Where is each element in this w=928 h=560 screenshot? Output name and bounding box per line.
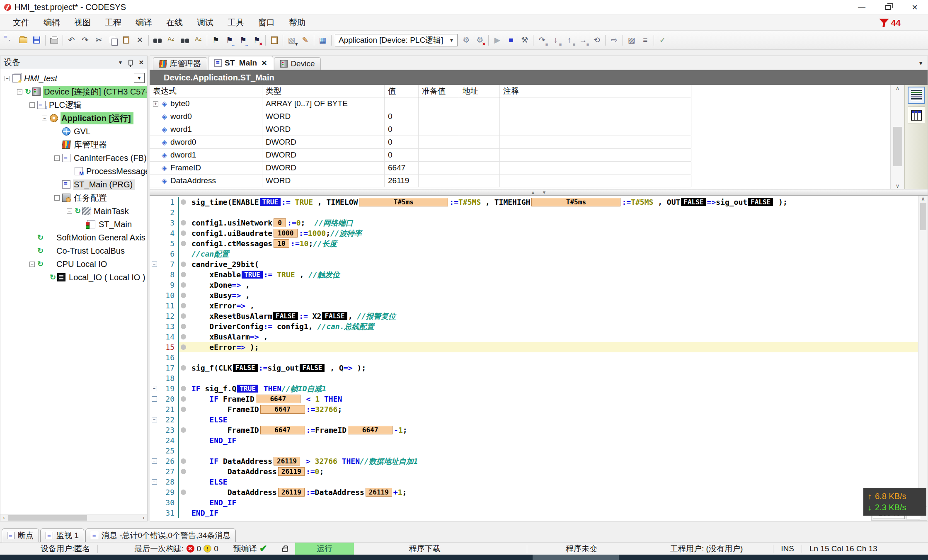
inline-monitor-value[interactable]: 6647 [348,426,393,434]
inline-monitor-bool-false[interactable]: FALSE [748,198,773,206]
inline-monitor-value[interactable]: 6647 [260,405,305,414]
cut-button[interactable]: ✂ [92,33,106,47]
breakpoint-margin[interactable] [181,230,191,236]
inline-monitor-value[interactable]: 6647 [260,426,305,434]
breakpoint-margin[interactable] [181,386,191,391]
replace-in-project-button[interactable]: ᴬᶻ [191,33,205,47]
redo-button[interactable]: ↷ [78,33,92,47]
scroll-up-icon[interactable]: ∧ [896,85,900,91]
bottom-tab-2[interactable]: 消息 -总计0个错误,0个警告,34条消息 [85,528,236,542]
tab-库管理器[interactable]: 库管理器 [153,57,207,70]
table-row[interactable]: ◈word0WORD0 [150,110,691,123]
tree-item-hmi-test[interactable]: −HMI_test▼ [0,72,147,85]
open-file-button[interactable] [16,33,30,47]
breakpoint-margin[interactable] [181,262,191,267]
fold-collapse-icon[interactable]: − [152,262,157,267]
minimize-button[interactable]: — [848,0,875,15]
scrollbar-thumb[interactable] [893,127,902,166]
menu-item-6[interactable]: 调试 [190,16,220,29]
menu-item-4[interactable]: 编译 [128,16,159,29]
inline-monitor-value[interactable]: T#5ms [359,198,448,206]
step-over-button[interactable]: ↷≡ [535,33,549,47]
tree-item-st-main-prg-[interactable]: ST_Main (PRG) [0,178,147,191]
replace-button[interactable]: ᴬᶻ [164,33,178,47]
inline-monitor-value[interactable]: 26119 [278,467,305,476]
column-header-4[interactable]: 地址 [459,85,500,97]
inline-monitor-value[interactable]: 0 [274,218,286,227]
restore-button[interactable] [875,0,901,15]
breakpoint-margin[interactable] [181,469,191,474]
tree-item-maintask[interactable]: −↻MainTask [0,204,147,218]
scroll-up-icon[interactable]: ∧ [921,196,925,202]
tree-item-application-[interactable]: −Application [运行] [0,112,147,125]
menu-item-7[interactable]: 工具 [220,16,251,29]
column-header-0[interactable]: 表达式 [150,85,262,97]
bookmark-next-button[interactable]: ⚑→ [236,33,250,47]
scrollbar-thumb[interactable] [8,515,87,521]
breakpoint-margin[interactable] [181,427,191,433]
run-to-cursor-button[interactable]: →≡ [576,33,590,47]
breakpoint-margin[interactable] [181,365,191,371]
tab-device[interactable]: Device [274,57,321,70]
prepared-value-cell[interactable] [419,175,459,187]
inline-monitor-value[interactable]: 26119 [366,488,392,497]
syntax-check-button[interactable]: ✓ [656,33,669,47]
column-header-2[interactable]: 值 [385,85,419,97]
new-object-button[interactable]: ▧▾ [285,33,298,47]
breakpoint-margin[interactable] [181,324,191,329]
inline-monitor-bool-false[interactable]: FALSE [233,364,258,372]
close-button[interactable]: ✕ [901,0,928,15]
fold-collapse-icon[interactable]: − [152,458,157,464]
menu-item-5[interactable]: 在线 [159,16,190,29]
bookmark-toggle-button[interactable]: ⚑ [209,33,223,47]
print-button[interactable] [47,33,61,47]
bookmark-clear-button[interactable]: ⚑✕ [250,33,264,47]
edit-object-button[interactable]: ✎ [298,33,312,47]
menu-item-0[interactable]: 文件 [6,16,36,29]
prepared-value-cell[interactable] [419,162,459,174]
prepared-value-cell[interactable] [419,97,459,110]
tree-item--[interactable]: −任务配置 [0,191,147,204]
inline-monitor-bool-false[interactable]: FALSE [273,312,298,320]
tree-expander-icon[interactable]: − [29,102,35,108]
menu-item-1[interactable]: 编辑 [36,16,67,29]
expand-icon[interactable]: + [153,101,158,107]
breakpoint-margin[interactable] [181,220,191,225]
collapse-down-icon[interactable]: ▼ [542,190,547,195]
scroll-down-icon[interactable]: ∨ [896,183,900,189]
tree-item-co-trust-localbus[interactable]: ↻Co-Trust LocalBus [0,244,147,257]
inline-monitor-bool-true[interactable]: TRUE [237,385,258,393]
bottom-tab-0[interactable]: 断点 [2,528,39,542]
flow-control-button[interactable]: ▨ [625,33,638,47]
tree-item-processmessage[interactable]: ProcessMessage [0,165,147,178]
breakpoint-margin[interactable] [181,407,191,412]
inline-monitor-bool-true[interactable]: TRUE [260,198,281,206]
single-cycle-button[interactable]: ⚒ [518,33,531,47]
tree-expander-icon[interactable]: − [5,76,10,81]
tree-item-softmotion-general-axis-poo[interactable]: ↻SoftMotion General Axis Poo [0,231,147,244]
collapse-up-icon[interactable]: ▲ [531,190,535,195]
breakpoint-margin[interactable] [181,272,191,277]
tree-item-device-cth3-c57-103[interactable]: −↻Device [连接的] (CTH3 C57-103 [0,85,147,98]
text-view-button[interactable] [908,87,925,104]
pin-icon[interactable] [128,60,133,65]
watch-scrollbar[interactable]: ∧ ∨ [890,85,904,189]
input-assistant-button[interactable]: ▦ [316,33,330,47]
breakpoint-margin[interactable] [181,303,191,308]
breakpoint-margin[interactable] [181,396,191,402]
show-next-statement-button[interactable]: ⇨ [607,33,621,47]
tree-item-local-io-local-io-[interactable]: ↻Local_IO ( Local IO ) [0,271,147,284]
column-header-5[interactable]: 注释 [500,85,691,97]
save-button[interactable] [30,33,44,47]
inline-monitor-value[interactable]: T#5ms [531,198,620,206]
fold-collapse-icon[interactable]: − [152,386,157,391]
inline-monitor-value[interactable]: 6647 [256,395,300,403]
tree-item-cpu-local-io[interactable]: −↻CPU Local IO [0,257,147,271]
inline-monitor-bool-false[interactable]: FALSE [681,198,706,206]
stop-button[interactable]: ■ [504,33,518,47]
find-in-project-button[interactable] [178,33,191,47]
table-view-button[interactable] [908,107,925,124]
breakpoint-margin[interactable] [181,241,191,246]
prepared-value-cell[interactable] [419,149,459,161]
prepared-value-cell[interactable] [419,123,459,136]
